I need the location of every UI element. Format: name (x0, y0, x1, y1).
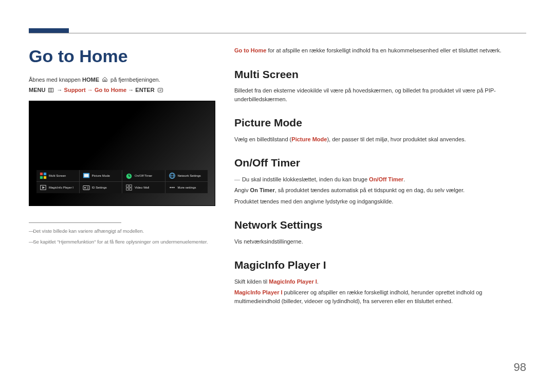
onoff-note-bold: On/Off Timer (369, 176, 403, 182)
header-rule (29, 33, 526, 33)
heading-magicinfo: MagicInfo Player I (234, 257, 526, 273)
svg-point-28 (173, 187, 175, 189)
svg-rect-0 (49, 88, 53, 91)
arrow: → (128, 87, 135, 93)
dock-label: MagicInfo Player I (49, 186, 73, 189)
dock-item-magicinfo[interactable]: MagicInfo Player I (36, 182, 80, 193)
heading-multi-screen: Multi Screen (234, 66, 526, 83)
mi-l2-bold: MagicInfo Player I (234, 289, 283, 295)
section-network-settings: Network Settings Vis netværksindstilling… (234, 217, 526, 246)
menu-gotohome: Go to Home (95, 87, 126, 93)
multiscreen-icon (40, 172, 47, 179)
open-hint: Åbnes med knappen HOME på fjernbetjening… (29, 76, 216, 84)
dock-item-network-settings[interactable]: Network Settings (165, 170, 208, 181)
menu-label: MENU (29, 87, 45, 93)
left-column: Go to Home Åbnes med knappen HOME på fje… (29, 46, 216, 316)
dock-item-onoff-timer[interactable]: On/Off Timer (122, 170, 165, 181)
footnote-2: Se kapitlet "Hjemmefunktion" for at få f… (29, 238, 216, 246)
footnote-divider (29, 222, 121, 223)
onoff-b1-pre: Angiv (234, 187, 250, 193)
svg-rect-9 (84, 174, 88, 177)
more-icon (169, 184, 176, 191)
heading-picture-mode: Picture Mode (234, 115, 526, 131)
network-body: Vis netværksindstillingerne. (234, 237, 526, 246)
dock-label: Network Settings (178, 174, 201, 177)
pm-bold: Picture Mode (291, 136, 327, 142)
svg-rect-7 (44, 176, 46, 179)
screenshot-preview: Multi Screen Picture Mode On/Off Timer (29, 101, 215, 206)
svg-rect-23 (130, 185, 132, 187)
onoff-b1-post: , så produktet tændes automatisk på et t… (275, 187, 465, 193)
dock-row-2: MagicInfo Player I ID Settings Video Wal… (36, 182, 208, 193)
onoff-body-2: Produktet tændes med den angivne lydstyr… (234, 197, 526, 206)
svg-point-26 (170, 187, 171, 189)
dock-label: On/Off Timer (135, 174, 152, 177)
onoff-body-1: Angiv On Timer, så produktet tændes auto… (234, 186, 526, 195)
page-title: Go to Home (29, 46, 216, 66)
svg-rect-6 (40, 176, 43, 179)
dock-label: Picture Mode (92, 174, 110, 177)
intro-bold: Go to Home (234, 47, 266, 53)
heading-network-settings: Network Settings (234, 217, 526, 233)
magicinfo-icon (40, 184, 47, 191)
multi-screen-body: Billedet fra den eksterne videokilde vil… (234, 86, 526, 103)
header-accent (29, 28, 69, 33)
open-hint-pre: Åbnes med knappen (29, 77, 82, 83)
menu-icon (48, 87, 54, 93)
svg-marker-17 (42, 186, 45, 189)
home-dock: Multi Screen Picture Mode On/Off Timer (36, 170, 208, 193)
menu-enter: ENTER (135, 87, 154, 93)
mi-l1-bold: MagicInfo Player I (269, 278, 317, 285)
intro-rest: for at afspille en række forskelligt ind… (266, 47, 501, 53)
svg-rect-22 (126, 185, 128, 187)
dock-label: ID Settings (92, 186, 107, 189)
videowall-icon (125, 184, 133, 191)
section-magicinfo: MagicInfo Player I Skift kilden til Magi… (234, 257, 526, 305)
svg-rect-25 (130, 188, 132, 190)
menu-support: Support (64, 87, 86, 93)
onoff-note-post: . (403, 176, 405, 182)
pm-pre: Vælg en billedtilstand ( (234, 136, 291, 142)
svg-point-27 (171, 187, 173, 189)
menu-path: MENU → Support → Go to Home → ENTER (29, 86, 216, 93)
dock-row-1: Multi Screen Picture Mode On/Off Timer (36, 170, 208, 182)
magicinfo-l2: MagicInfo Player I publicerer og afspill… (234, 288, 526, 305)
dock-label: More settings (178, 186, 196, 189)
open-hint-post: på fjernbetjeningen. (109, 77, 160, 83)
section-picture-mode: Picture Mode Vælg en billedtilstand (Pic… (234, 115, 526, 143)
onoff-note: Du skal indstille klokkeslættet, inden d… (234, 175, 526, 184)
dock-label: Multi Screen (49, 174, 66, 177)
pm-post: ), der passer til det miljø, hvor produk… (327, 136, 466, 142)
onoff-note-pre: Du skal indstille klokkeslættet, inden d… (242, 176, 369, 182)
section-onoff-timer: On/Off Timer Du skal indstille klokkeslæ… (234, 155, 526, 206)
dock-item-more-settings[interactable]: More settings (165, 182, 208, 193)
right-column: Go to Home for at afspille en række fors… (234, 46, 526, 316)
picture-mode-body: Vælg en billedtilstand (Picture Mode), d… (234, 135, 526, 144)
svg-rect-24 (126, 188, 128, 190)
arrow: → (57, 87, 64, 93)
page-content: Go to Home Åbnes med knappen HOME på fje… (0, 0, 555, 316)
svg-rect-18 (83, 186, 89, 190)
svg-rect-4 (40, 173, 43, 175)
magicinfo-l1: Skift kilden til MagicInfo Player I. (234, 277, 526, 286)
timer-icon (125, 172, 133, 179)
dock-item-video-wall[interactable]: Video Wall (122, 182, 165, 193)
footnote-1: Det viste billede kan variere afhængigt … (29, 227, 216, 235)
dock-item-multi-screen[interactable]: Multi Screen (36, 170, 80, 181)
picture-icon (83, 172, 90, 179)
mi-l1-post: . (317, 278, 319, 285)
dock-label: Video Wall (135, 186, 149, 189)
network-icon (169, 172, 176, 179)
dock-item-id-settings[interactable]: ID Settings (80, 182, 123, 193)
section-multi-screen: Multi Screen Billedet fra den eksterne v… (234, 66, 526, 104)
intro-line: Go to Home for at afspille en række fors… (234, 46, 526, 55)
dock-item-picture-mode[interactable]: Picture Mode (80, 170, 123, 181)
svg-rect-5 (44, 173, 46, 175)
heading-onoff-timer: On/Off Timer (234, 155, 526, 171)
open-hint-bold: HOME (82, 77, 99, 83)
svg-point-19 (84, 187, 85, 189)
onoff-b1-bold: On Timer (250, 187, 275, 193)
enter-icon (157, 87, 163, 93)
id-icon (83, 184, 90, 191)
arrow: → (87, 87, 95, 93)
